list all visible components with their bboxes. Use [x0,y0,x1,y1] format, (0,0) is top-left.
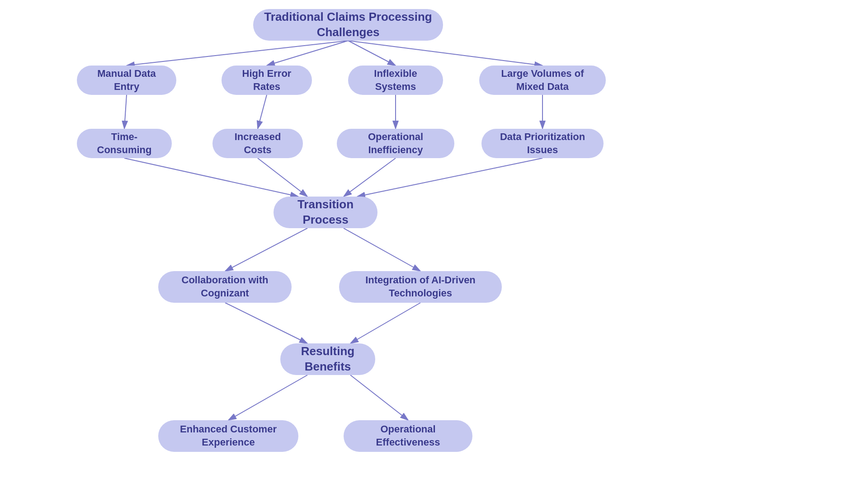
svg-line-11 [344,158,396,197]
diagram-container: Traditional Claims Processing Challenges… [0,0,868,488]
svg-line-6 [258,95,267,129]
node-high-error: High Error Rates [222,66,312,95]
node-cognizant: Collaboration with Cognizant [158,271,292,303]
node-enhanced: Enhanced Customer Experience [158,420,298,452]
svg-line-10 [258,158,307,197]
svg-line-17 [228,375,307,420]
svg-line-4 [348,41,542,66]
svg-line-2 [267,41,348,66]
svg-line-15 [225,303,307,343]
svg-line-1 [127,41,348,66]
node-data-prior: Data Prioritization Issues [481,129,604,158]
svg-line-16 [350,303,420,343]
svg-line-18 [350,375,408,420]
svg-line-12 [357,158,542,197]
svg-line-9 [124,158,298,197]
svg-line-5 [124,95,127,129]
node-op-effectiveness: Operational Effectiveness [344,420,472,452]
svg-line-13 [225,228,307,271]
node-large-volumes: Large Volumes of Mixed Data [479,66,606,95]
node-ai-tech: Integration of AI-Driven Technologies [339,271,502,303]
node-transition: Transition Process [274,197,377,228]
node-traditional: Traditional Claims Processing Challenges [253,9,443,41]
svg-line-14 [344,228,420,271]
node-resulting: Resulting Benefits [280,343,375,375]
node-inflexible: Inflexible Systems [348,66,443,95]
node-time-consuming: Time-Consuming [77,129,172,158]
node-manual: Manual Data Entry [77,66,176,95]
svg-line-3 [348,41,396,66]
node-increased-costs: Increased Costs [212,129,303,158]
node-op-inefficiency: Operational Inefficiency [337,129,454,158]
